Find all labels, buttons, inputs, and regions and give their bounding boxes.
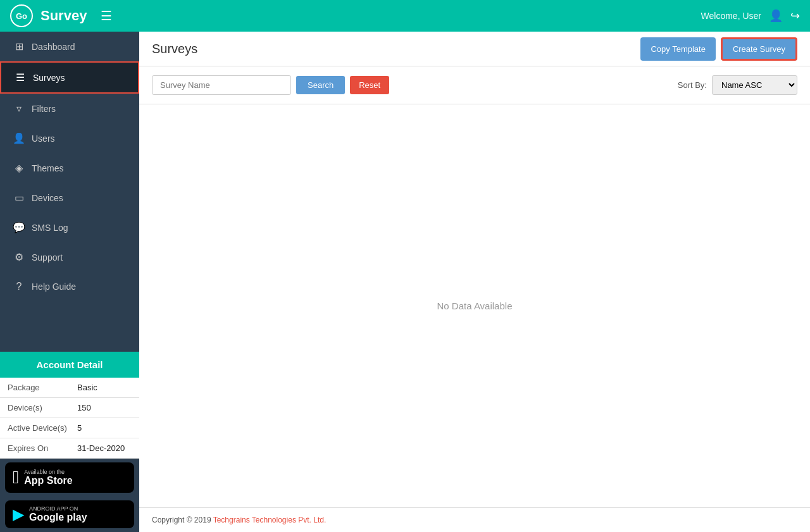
apple-icon:  <box>13 467 19 488</box>
welcome-text: Welcome, User <box>701 11 761 21</box>
app-store-apple-button[interactable]:  Available on the App Store <box>5 462 134 493</box>
smslog-icon: 💬 <box>13 221 25 233</box>
sidebar-item-surveys[interactable]: ☰ Surveys <box>0 61 139 94</box>
sidebar-item-dashboard[interactable]: ⊞ Dashboard <box>0 32 139 61</box>
account-label-expires: Expires On <box>8 443 77 453</box>
account-detail-header: Account Detail <box>0 352 139 378</box>
sidebar-item-label: Support <box>32 252 63 263</box>
sidebar: ⊞ Dashboard ☰ Surveys ▿ Filters 👤 Users … <box>0 32 139 532</box>
sort-select[interactable]: Name ASC Name DESC Date ASC Date DESC <box>712 75 797 95</box>
search-input[interactable] <box>152 75 291 95</box>
google-btn-sub: ANDROID APP ON <box>29 505 87 512</box>
sidebar-item-label: Help Guide <box>32 281 76 292</box>
logo-text: Survey <box>40 8 87 24</box>
sidebar-item-support[interactable]: ⚙ Support <box>0 242 139 272</box>
sidebar-nav: ⊞ Dashboard ☰ Surveys ▿ Filters 👤 Users … <box>0 32 139 352</box>
filters-icon: ▿ <box>13 102 25 114</box>
account-label-active-devices: Active Device(s) <box>8 423 77 433</box>
sidebar-item-helpguide[interactable]: ? Help Guide <box>0 272 139 301</box>
footer-link[interactable]: Techgrains Technologies Pvt. Ltd. <box>213 516 327 524</box>
users-icon: 👤 <box>13 132 25 144</box>
account-row-active-devices: Active Device(s) 5 <box>0 418 139 438</box>
content-area: Surveys Copy Template Create Survey Sear… <box>139 32 810 532</box>
sidebar-item-label: SMS Log <box>32 223 68 233</box>
search-button[interactable]: Search <box>296 76 345 94</box>
sidebar-item-label: Devices <box>32 193 63 203</box>
account-label-package: Package <box>8 383 77 392</box>
devices-icon: ▭ <box>13 192 25 204</box>
account-row-devices: Device(s) 150 <box>0 398 139 418</box>
apple-btn-sub: Available on the <box>24 469 72 475</box>
google-play-icon: ▶ <box>13 505 24 523</box>
user-icon[interactable]: 👤 <box>769 9 783 23</box>
main-layout: ⊞ Dashboard ☰ Surveys ▿ Filters 👤 Users … <box>0 32 810 532</box>
account-value-expires: 31-Dec-2020 <box>77 443 125 453</box>
create-survey-button[interactable]: Create Survey <box>721 37 797 61</box>
account-detail-body: Package Basic Device(s) 150 Active Devic… <box>0 378 139 459</box>
account-row-package: Package Basic <box>0 378 139 398</box>
reset-button[interactable]: Reset <box>350 76 389 94</box>
logo-icon: Go <box>10 4 33 27</box>
sidebar-item-filters[interactable]: ▿ Filters <box>0 94 139 123</box>
google-btn-main: Google play <box>29 512 87 523</box>
sidebar-item-smslog[interactable]: 💬 SMS Log <box>0 213 139 242</box>
account-value-package: Basic <box>77 383 97 392</box>
apple-btn-text: Available on the App Store <box>24 469 72 486</box>
sidebar-item-label: Filters <box>32 104 56 114</box>
account-row-expires: Expires On 31-Dec-2020 <box>0 438 139 459</box>
app-store-google-button[interactable]: ▶ ANDROID APP ON Google play <box>5 500 134 528</box>
apple-btn-main: App Store <box>24 475 72 486</box>
content-header: Surveys Copy Template Create Survey <box>139 32 810 66</box>
topnav-left: Go Survey ☰ <box>10 4 112 27</box>
dashboard-icon: ⊞ <box>13 40 25 53</box>
sidebar-item-label: Surveys <box>33 73 65 83</box>
no-data-area: No Data Available <box>139 104 810 507</box>
support-icon: ⚙ <box>13 251 25 263</box>
sidebar-item-devices[interactable]: ▭ Devices <box>0 183 139 213</box>
search-bar: Search Reset Sort By: Name ASC Name DESC… <box>139 66 810 104</box>
sidebar-item-label: Dashboard <box>32 42 75 52</box>
account-value-devices: 150 <box>77 403 91 412</box>
footer-text: Copyright © 2019 Techgrains Technologies… <box>152 516 326 524</box>
footer: Copyright © 2019 Techgrains Technologies… <box>139 507 810 532</box>
account-label-devices: Device(s) <box>8 403 77 412</box>
sidebar-item-label: Users <box>32 133 55 144</box>
topnav-right: Welcome, User 👤 ↪ <box>701 9 800 23</box>
sidebar-item-themes[interactable]: ◈ Themes <box>0 153 139 183</box>
surveys-icon: ☰ <box>14 71 27 84</box>
google-btn-text: ANDROID APP ON Google play <box>29 505 87 523</box>
hamburger-icon[interactable]: ☰ <box>101 8 112 23</box>
page-title: Surveys <box>152 42 197 56</box>
top-navbar: Go Survey ☰ Welcome, User 👤 ↪ <box>0 0 810 32</box>
sort-container: Sort By: Name ASC Name DESC Date ASC Dat… <box>678 75 797 95</box>
logout-icon[interactable]: ↪ <box>790 9 800 23</box>
copy-template-button[interactable]: Copy Template <box>640 37 715 61</box>
account-value-active-devices: 5 <box>77 423 82 433</box>
sidebar-item-label: Themes <box>32 163 64 173</box>
themes-icon: ◈ <box>13 162 25 174</box>
sidebar-item-users[interactable]: 👤 Users <box>0 123 139 153</box>
no-data-text: No Data Available <box>437 300 513 311</box>
header-actions: Copy Template Create Survey <box>640 37 797 61</box>
helpguide-icon: ? <box>13 281 25 292</box>
sort-by-label: Sort By: <box>678 80 707 90</box>
